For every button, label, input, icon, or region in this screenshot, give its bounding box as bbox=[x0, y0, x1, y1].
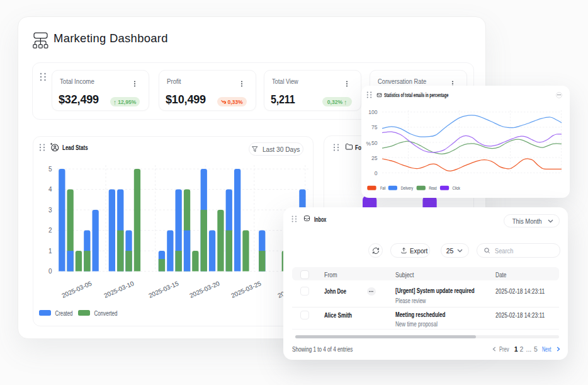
svg-text:Converted: Converted bbox=[94, 310, 118, 317]
svg-text:Click: Click bbox=[453, 185, 461, 191]
svg-text:25: 25 bbox=[371, 155, 378, 161]
svg-text:5: 5 bbox=[48, 166, 52, 173]
svg-text:2: 2 bbox=[48, 227, 52, 234]
svg-text:75: 75 bbox=[371, 124, 378, 130]
svg-text:2025-03-20: 2025-03-20 bbox=[188, 280, 220, 299]
svg-text:2025-03-25: 2025-03-25 bbox=[230, 280, 262, 299]
svg-text:0: 0 bbox=[375, 170, 378, 176]
svg-text:Created: Created bbox=[55, 310, 73, 317]
svg-text:2025-03-05: 2025-03-05 bbox=[60, 280, 93, 299]
svg-text:0: 0 bbox=[48, 268, 52, 275]
svg-text:Delivery: Delivery bbox=[401, 185, 414, 191]
svg-text:2025-03-15: 2025-03-15 bbox=[147, 280, 179, 299]
svg-text:50: 50 bbox=[371, 140, 378, 146]
svg-text:Fail: Fail bbox=[380, 185, 386, 191]
svg-text:Read: Read bbox=[429, 185, 437, 191]
svg-text:1: 1 bbox=[48, 248, 52, 255]
svg-text:3: 3 bbox=[48, 207, 52, 214]
svg-text:2025-03-10: 2025-03-10 bbox=[103, 280, 135, 299]
svg-text:100: 100 bbox=[368, 109, 377, 115]
svg-text:%: % bbox=[366, 141, 371, 147]
svg-text:4: 4 bbox=[48, 186, 52, 193]
